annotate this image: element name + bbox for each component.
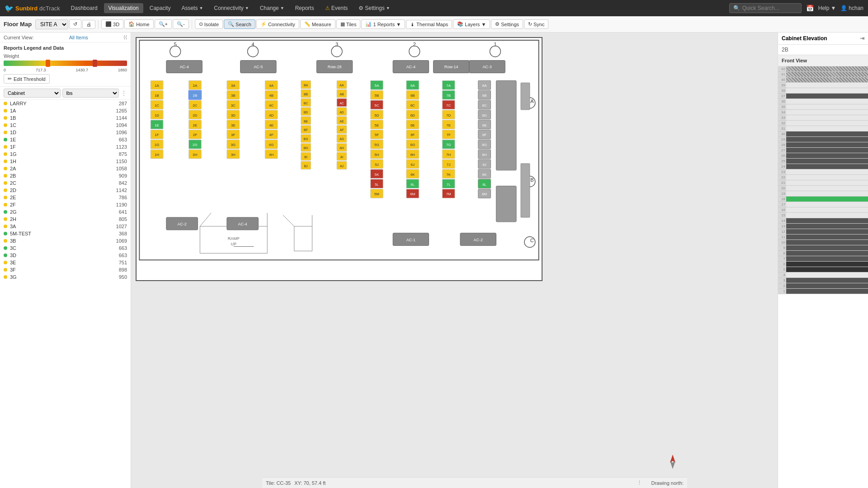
list-item[interactable]: 2D 1142 — [0, 187, 131, 194]
nav-events[interactable]: ⚠ Events — [321, 3, 353, 13]
3d-button[interactable]: ⬛ 3D — [101, 19, 123, 29]
svg-text:2E: 2E — [193, 123, 198, 127]
filter-type-select[interactable]: Cabinet — [4, 89, 61, 98]
quick-search[interactable]: 🔍 Quick Search... — [729, 3, 802, 13]
svg-text:8M: 8M — [482, 192, 487, 196]
list-item[interactable]: 1C 1094 — [0, 122, 131, 129]
zoom-out-button[interactable]: 🔍- — [173, 19, 189, 29]
svg-text:5J: 5J — [375, 163, 378, 167]
weight-threshold-marker-1[interactable] — [46, 60, 50, 67]
cabinet-value: 1142 — [116, 188, 127, 193]
svg-text:6B: 6B — [410, 94, 415, 98]
status-dot — [4, 210, 7, 214]
list-item[interactable]: 1G 875 — [0, 150, 131, 158]
list-item[interactable]: 2E 786 — [0, 194, 131, 201]
weight-bar-gradient — [4, 61, 127, 66]
rack-unit-number: 8 — [778, 251, 786, 255]
svg-text:3H: 3H — [231, 153, 236, 157]
connectivity-icon: ⚡ — [260, 21, 267, 27]
rack-unit-number: 23 — [778, 170, 786, 174]
search-button[interactable]: 🔍 Search — [224, 19, 255, 29]
measure-button[interactable]: 📏 Measure — [300, 19, 335, 29]
svg-text:4D: 4D — [269, 113, 274, 117]
home-button[interactable]: 🏠 Home — [124, 19, 153, 29]
list-item[interactable]: 1B 1144 — [0, 114, 131, 122]
svg-text:BA: BA — [304, 84, 308, 87]
print-icon: 🖨 — [86, 22, 91, 27]
all-items-link[interactable]: All Items — [69, 35, 88, 40]
svg-text:3B: 3B — [231, 94, 236, 98]
settings-button[interactable]: ⚙ Settings — [491, 19, 523, 29]
list-item[interactable]: LARRY 287 — [0, 100, 131, 107]
thermal-maps-button[interactable]: 🌡 Thermal Maps — [406, 20, 452, 29]
elevation-rack: 42 41 40 39 38 37 36 35 34 33 32 31 30 2… — [778, 66, 868, 488]
edit-threshold-button[interactable]: ✏ Edit Threshold — [4, 74, 50, 84]
list-item[interactable]: 3A 1027 — [0, 223, 131, 230]
drag-handle[interactable]: ⋮ — [121, 89, 127, 97]
svg-text:2H: 2H — [193, 153, 197, 157]
isolate-button[interactable]: ⊙ Isolate — [195, 19, 223, 29]
svg-text:6G: 6G — [410, 143, 415, 147]
nav-assets[interactable]: Assets ▼ — [177, 3, 208, 13]
list-item[interactable]: 3D 663 — [0, 252, 131, 259]
list-item[interactable]: 2H 805 — [0, 216, 131, 223]
list-item[interactable]: 3F 898 — [0, 266, 131, 273]
list-item[interactable]: 2A 1058 — [0, 165, 131, 172]
nav-capacity[interactable]: Capacity — [145, 3, 175, 13]
cabinet-value: 786 — [119, 195, 127, 200]
list-item[interactable]: 1E 663 — [0, 136, 131, 143]
svg-text:BH: BH — [304, 146, 308, 150]
rack-unit: 35 — [778, 104, 868, 110]
list-item[interactable]: 1D 1096 — [0, 129, 131, 136]
user-menu[interactable]: 👤 hchan — [840, 5, 863, 11]
list-item[interactable]: 3E 751 — [0, 259, 131, 266]
layers-icon: 📚 — [457, 21, 463, 27]
list-item[interactable]: 2C 842 — [0, 179, 131, 187]
rack-unit: 24 — [778, 164, 868, 169]
floor-map-area[interactable]: 5 4 3 2 1 A B C AC-4 AC- — [131, 33, 778, 488]
weight-threshold-marker-2[interactable] — [93, 60, 97, 67]
list-item[interactable]: 3G 950 — [0, 273, 131, 281]
help-menu[interactable]: Help ▼ — [818, 5, 836, 11]
list-item[interactable]: 3B 1069 — [0, 237, 131, 244]
filter-unit-select[interactable]: lbs — [62, 89, 119, 98]
layers-button[interactable]: 📚 Layers ▼ — [453, 19, 490, 29]
zoom-in-button[interactable]: 🔍+ — [155, 19, 172, 29]
expand-elevation-button[interactable]: ⇥ — [860, 35, 864, 42]
list-item[interactable]: 2G 641 — [0, 208, 131, 216]
svg-text:5K: 5K — [375, 173, 379, 177]
collapse-panel-button[interactable]: ⟨⟨ — [123, 34, 127, 40]
edit-icon: ✏ — [8, 76, 12, 82]
status-dot — [4, 109, 7, 113]
tiles-button[interactable]: ▦ Tiles — [336, 19, 361, 29]
connectivity-button[interactable]: ⚡ Connectivity — [256, 19, 299, 29]
rack-unit-number: 16 — [778, 208, 786, 212]
list-item[interactable]: 1A 1265 — [0, 107, 131, 114]
site-select[interactable]: SITE A — [35, 19, 68, 29]
legend-title: Reports Legend and Data — [4, 45, 127, 51]
reports-button[interactable]: 📊 1 Reports ▼ — [361, 19, 405, 29]
nav-visualization[interactable]: Visualization — [104, 3, 143, 13]
svg-text:6E: 6E — [410, 123, 415, 127]
refresh-button[interactable]: ↺ — [69, 19, 81, 29]
sync-button[interactable]: ↻ Sync — [524, 19, 548, 29]
svg-text:AC-4: AC-4 — [406, 65, 415, 69]
cabinet-value: 1123 — [116, 144, 127, 150]
rack-unit: 38 — [778, 88, 868, 94]
search-icon: 🔍 — [733, 5, 740, 11]
print-button[interactable]: 🖨 — [82, 20, 95, 29]
nav-connectivity[interactable]: Connectivity ▼ — [209, 3, 253, 13]
floor-plan-svg[interactable]: 5 4 3 2 1 A B C AC-4 AC- — [136, 37, 542, 281]
list-item[interactable]: 2B 909 — [0, 172, 131, 179]
nav-dashboard[interactable]: Dashboard — [66, 3, 102, 13]
list-item[interactable]: 3C 663 — [0, 244, 131, 252]
list-item[interactable]: 2F 1190 — [0, 201, 131, 208]
nav-reports[interactable]: Reports — [291, 3, 319, 13]
status-dot — [4, 102, 7, 105]
nav-change[interactable]: Change ▼ — [255, 3, 289, 13]
list-item[interactable]: 1F 1123 — [0, 143, 131, 150]
list-item[interactable]: 1H 1150 — [0, 158, 131, 165]
list-item[interactable]: 5M-TEST 368 — [0, 230, 131, 237]
nav-settings[interactable]: ⚙ Settings ▼ — [354, 3, 394, 13]
svg-text:1G: 1G — [155, 143, 160, 147]
